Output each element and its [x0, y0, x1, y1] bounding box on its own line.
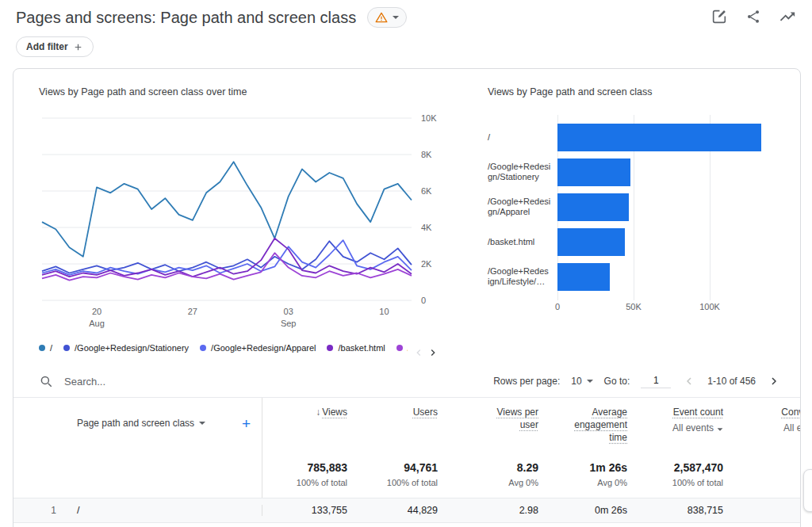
legend-item[interactable]: /Google+Redesign/Stationery: [63, 343, 189, 353]
legend-items: //Google+Redesign/Stationery/Google+Rede…: [39, 343, 408, 353]
bar-row: /Google+Redes ign/Lifestyle/…: [488, 259, 789, 294]
column-header-label: Conversions: [781, 407, 801, 418]
dimension-header[interactable]: Page path and screen class +: [64, 398, 262, 449]
cell-value: 2.98: [438, 505, 538, 516]
bar[interactable]: [557, 158, 630, 186]
y-axis-label: 0: [421, 296, 426, 305]
chevron-down-icon: [587, 380, 593, 383]
event-scope-select[interactable]: All events: [672, 422, 723, 434]
bar[interactable]: [557, 193, 629, 221]
legend-item[interactable]: /Google+Redesign/Apparel: [200, 343, 316, 353]
column-header-users[interactable]: Users: [347, 398, 438, 449]
column-header-conversions[interactable]: ConversionsAll events: [723, 398, 801, 449]
legend-prev-icon[interactable]: [412, 346, 425, 359]
column-header-label: Event count: [673, 407, 723, 418]
goto-page-input[interactable]: [641, 374, 671, 388]
legend-item[interactable]: /Google+Redesign/Lifestyle: [396, 343, 408, 353]
plus-icon: [73, 42, 83, 52]
goto-label: Go to:: [604, 376, 630, 387]
column-header-label: Average: [592, 407, 627, 418]
bar-category-label: /basket.html: [488, 237, 557, 247]
bar[interactable]: [557, 228, 625, 256]
bar-row: /: [488, 120, 789, 155]
event-scope-select[interactable]: All events: [783, 422, 801, 434]
line-series: [42, 239, 412, 277]
detail-table-section: Rows per page: 10 Go to: 1-10 of 456 P: [13, 365, 800, 523]
previous-page-icon[interactable]: [682, 374, 696, 388]
y-axis-label: 4K: [421, 223, 432, 232]
legend-dot-icon: [396, 345, 403, 351]
totals-cell: 8.29Avg 0%: [438, 449, 538, 498]
legend-item[interactable]: /basket.html: [327, 343, 385, 353]
column-header-label: engagement: [574, 419, 627, 430]
bar-row: /Google+Redesi gn/Stationery: [488, 155, 789, 189]
pagination-controls: Rows per page: 10 Go to: 1-10 of 456: [493, 374, 781, 388]
table-row[interactable]: 1 / 133,75544,8292.980m 26s838,715: [13, 498, 800, 523]
row-dimension-value: /: [64, 505, 262, 516]
totals-dimension-cell: [64, 449, 262, 498]
scrollbar-thumb[interactable]: [803, 469, 812, 512]
y-axis-label: 6K: [421, 186, 432, 196]
cell-value: 44,829: [347, 505, 438, 516]
legend-label: /basket.html: [338, 343, 385, 353]
x-axis-label: 20: [92, 307, 102, 316]
legend-dot-icon: [63, 345, 70, 351]
totals-cell: 785,883100% of total: [262, 449, 347, 498]
table-toolbar: Rows per page: 10 Go to: 1-10 of 456: [13, 365, 800, 398]
total-value: 2,587,470: [627, 461, 723, 474]
data-quality-chip[interactable]: [367, 7, 407, 28]
next-page-icon[interactable]: [767, 374, 781, 388]
column-header-viewsper-user[interactable]: Views peruser: [438, 398, 538, 449]
bar-category-label: /Google+Redesi gn/Stationery: [488, 162, 557, 182]
legend-dot-icon: [200, 345, 206, 351]
search-icon: [39, 374, 53, 388]
sort-desc-icon: ↓: [316, 406, 320, 418]
total-subtext: 100% of total: [347, 478, 438, 487]
column-header-label: user: [520, 419, 538, 430]
share-button[interactable]: [745, 9, 761, 27]
bar-axis: 050K100K: [488, 302, 789, 315]
rows-per-page-select[interactable]: 10: [571, 376, 592, 387]
column-header-average-engagement-time[interactable]: Averageengagementtime: [538, 398, 627, 449]
table-header-row: Page path and screen class + ↓ViewsUsers…: [13, 398, 800, 449]
legend-next-icon[interactable]: [427, 346, 439, 359]
x-axis-sublabel: Sep: [281, 319, 297, 328]
bar-category-label: /Google+Redes ign/Lifestyle/…: [488, 266, 557, 287]
insights-button[interactable]: [779, 8, 796, 28]
add-filter-button[interactable]: Add filter: [16, 36, 94, 57]
total-value: 8.29: [438, 461, 538, 474]
column-header-eventcount[interactable]: Event countAll events: [627, 398, 723, 449]
column-header-views[interactable]: ↓Views: [262, 398, 347, 449]
chart-legend: //Google+Redesign/Stationery/Google+Rede…: [39, 337, 439, 359]
total-subtext: Avg 0%: [438, 478, 538, 487]
rows-per-page-label: Rows per page:: [493, 376, 560, 387]
filter-bar: Add filter: [0, 35, 812, 60]
bar[interactable]: [557, 124, 761, 151]
total-subtext: Avg 0%: [538, 478, 627, 487]
total-subtext: 100% of total: [262, 478, 347, 487]
cell-value: 0m 26s: [538, 505, 627, 516]
bar-category-label: /Google+Redesi gn/Apparel: [488, 197, 557, 217]
share-icon: [745, 9, 761, 25]
column-header-label: Views per: [497, 407, 538, 418]
customize-report-button[interactable]: [710, 8, 728, 28]
dimension-header-label: Page path and screen class: [77, 418, 194, 429]
cell-value: 133,755: [262, 505, 347, 516]
bar-chart-title: Views by Page path and screen class: [488, 86, 789, 97]
report-card: Views by Page path and screen class over…: [13, 68, 801, 527]
bar-chart: //Google+Redesi gn/Stationery/Google+Red…: [488, 120, 789, 315]
legend-item[interactable]: /: [39, 343, 52, 353]
y-axis-label: 8K: [421, 150, 432, 159]
x-axis-sublabel: Aug: [89, 319, 105, 328]
x-axis-label: 03: [284, 307, 293, 316]
legend-dot-icon: [327, 345, 333, 351]
totals-cell: [723, 449, 801, 498]
line-series: [42, 162, 412, 257]
search-input[interactable]: [63, 375, 240, 388]
line-series: [42, 240, 412, 275]
bar-axis-label: 50K: [626, 302, 642, 311]
add-dimension-button[interactable]: +: [242, 416, 251, 431]
bar[interactable]: [557, 263, 610, 291]
x-axis-label: 10: [379, 307, 389, 316]
legend-label: /: [50, 343, 52, 353]
